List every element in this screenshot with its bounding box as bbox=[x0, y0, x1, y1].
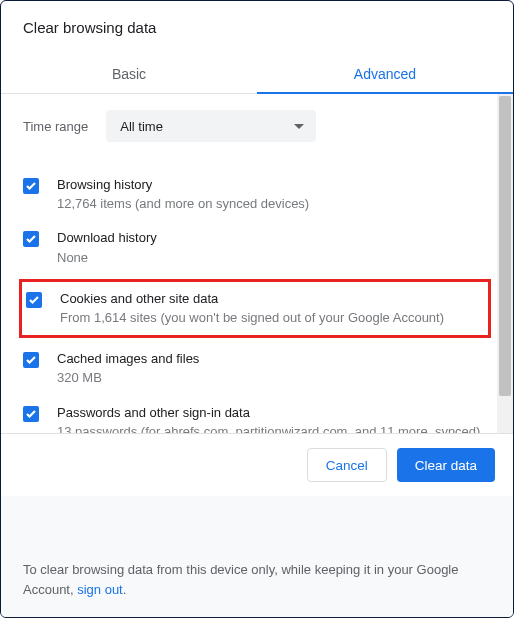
item-title: Cookies and other site data bbox=[60, 290, 484, 308]
checkmark-icon bbox=[26, 182, 36, 190]
checkmark-icon bbox=[29, 296, 39, 304]
item-title: Cached images and files bbox=[57, 350, 483, 368]
checkbox-browsing-history[interactable] bbox=[23, 178, 39, 194]
dialog-title: Clear browsing data bbox=[23, 19, 491, 36]
item-title: Browsing history bbox=[57, 176, 483, 194]
item-cookies-highlighted: Cookies and other site data From 1,614 s… bbox=[19, 279, 491, 338]
item-cached-images: Cached images and files 320 MB bbox=[23, 342, 487, 395]
tab-basic-label: Basic bbox=[112, 66, 146, 82]
item-desc: From 1,614 sites (you won't be signed ou… bbox=[60, 309, 484, 327]
checkbox-passwords[interactable] bbox=[23, 406, 39, 422]
tab-advanced[interactable]: Advanced bbox=[257, 54, 513, 93]
scroll-content: Time range All time Browsing history 12,… bbox=[1, 94, 497, 433]
sign-out-link[interactable]: sign out bbox=[77, 582, 123, 597]
item-desc: 13 passwords (for ahrefs.com, partitionw… bbox=[57, 423, 483, 434]
time-range-value: All time bbox=[120, 119, 163, 134]
cancel-button-label: Cancel bbox=[326, 458, 368, 473]
time-range-dropdown[interactable]: All time bbox=[106, 110, 316, 142]
checkbox-cached-images[interactable] bbox=[23, 352, 39, 368]
checkmark-icon bbox=[26, 235, 36, 243]
item-desc: 12,764 items (and more on synced devices… bbox=[57, 195, 483, 213]
scroll-area: Time range All time Browsing history 12,… bbox=[1, 94, 513, 434]
scrollbar-track[interactable] bbox=[497, 94, 513, 433]
dialog-footer: Cancel Clear data bbox=[1, 434, 513, 496]
item-download-history: Download history None bbox=[23, 221, 487, 274]
chevron-down-icon bbox=[294, 124, 304, 129]
item-browsing-history: Browsing history 12,764 items (and more … bbox=[23, 168, 487, 221]
time-range-row: Time range All time bbox=[23, 110, 487, 142]
tab-basic[interactable]: Basic bbox=[1, 54, 257, 93]
time-range-label: Time range bbox=[23, 119, 88, 134]
tab-advanced-label: Advanced bbox=[354, 66, 416, 82]
tab-bar: Basic Advanced bbox=[1, 54, 513, 94]
item-title: Download history bbox=[57, 229, 483, 247]
checkbox-cookies[interactable] bbox=[26, 292, 42, 308]
item-desc: 320 MB bbox=[57, 369, 483, 387]
cancel-button[interactable]: Cancel bbox=[307, 448, 387, 482]
dialog-header: Clear browsing data bbox=[1, 1, 513, 46]
item-title: Passwords and other sign-in data bbox=[57, 404, 483, 422]
info-footer: To clear browsing data from this device … bbox=[1, 496, 513, 617]
item-passwords: Passwords and other sign-in data 13 pass… bbox=[23, 396, 487, 435]
scrollbar-thumb[interactable] bbox=[499, 96, 511, 396]
item-desc: None bbox=[57, 249, 483, 267]
checkmark-icon bbox=[26, 356, 36, 364]
clear-data-button-label: Clear data bbox=[415, 458, 477, 473]
checkbox-download-history[interactable] bbox=[23, 231, 39, 247]
info-suffix: . bbox=[123, 582, 127, 597]
clear-data-button[interactable]: Clear data bbox=[397, 448, 495, 482]
checkmark-icon bbox=[26, 410, 36, 418]
